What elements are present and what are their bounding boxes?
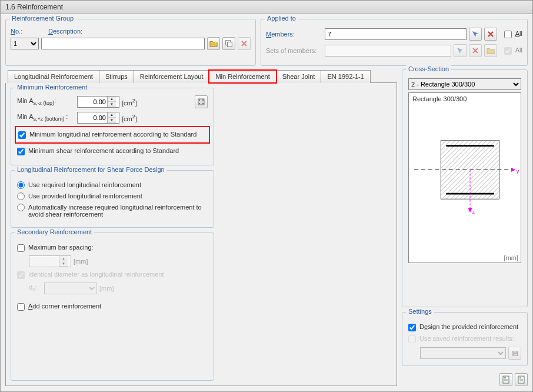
unit-mm-ds: [mm] (99, 285, 114, 292)
svg-point-4 (202, 99, 204, 101)
new-button[interactable] (207, 37, 220, 50)
delete-x-icon (487, 31, 494, 38)
description-input[interactable] (41, 38, 205, 49)
chk-identical-diameter: Identical diameter as longitudinal reinf… (17, 271, 208, 279)
spacing-spinner: ▲▼ (29, 255, 71, 267)
spin-up-icon[interactable]: ▲ (108, 112, 116, 118)
spin-down-icon[interactable]: ▼ (108, 102, 116, 107)
chk-corner-label: Add corner reinforcement (28, 303, 101, 310)
radio-provided-label: Use provided longitudinal reinforcement (28, 192, 142, 200)
members-clear-button[interactable] (484, 28, 497, 41)
chk-min-shear[interactable]: Minimum shear reinforcement according to… (17, 147, 208, 155)
cross-section-svg: y z (409, 93, 521, 263)
report-icon (517, 376, 525, 384)
ds-select (44, 283, 97, 294)
radio-required[interactable]: Use required longitudinal reinforcement (17, 181, 208, 189)
left-column: Longitudinal Reinforcement Stirrups Rein… (5, 69, 397, 386)
tab-stirrups[interactable]: Stirrups (99, 70, 134, 83)
saved-disk-button (508, 347, 521, 360)
pick-section-button[interactable] (195, 95, 208, 108)
svg-rect-24 (519, 377, 521, 378)
radio-provided[interactable]: Use provided longitudinal reinforcement (17, 192, 208, 200)
no-label: No.: (11, 28, 46, 35)
members-input[interactable] (325, 28, 467, 40)
folder-star-icon (487, 46, 495, 55)
footer-btn1[interactable] (499, 373, 512, 386)
tab-en1992[interactable]: EN 1992-1-1 (321, 70, 370, 83)
settings-box: Settings Design the provided reinforceme… (402, 312, 528, 366)
min-as-top-spinner[interactable]: ▲▼ (77, 96, 119, 108)
cross-section-select[interactable]: 2 - Rectangle 300/300 (408, 78, 521, 90)
ds-label: ds: (29, 284, 42, 293)
members-all-check[interactable]: All (504, 30, 522, 38)
section-icon (197, 98, 205, 106)
sets-label: Sets of members: (266, 47, 322, 54)
sets-new-button (484, 44, 497, 57)
tab-shear-joint[interactable]: Shear Joint (276, 70, 322, 83)
svg-point-6 (202, 103, 204, 104)
tab-strip: Longitudinal Reinforcement Stirrups Rein… (8, 69, 397, 83)
members-label: Members: (266, 31, 322, 38)
secondary-fieldset: Secondary Reinforcement Maximum bar spac… (11, 232, 214, 381)
chk-min-longitudinal[interactable]: Minimum longitudinal reinforcement accor… (18, 131, 206, 139)
chk-use-saved: Use saved reinforcement results: (408, 335, 521, 343)
chk-identical-diameter-label: Identical diameter as longitudinal reinf… (28, 271, 164, 278)
window-titlebar: 1.6 Reinforcement (1, 1, 532, 14)
sets-pick-button (454, 44, 467, 57)
min-reinf-legend: Minimum Reinforcement (15, 84, 89, 91)
long-shear-fieldset: Longitudinal Reinforcement for Shear For… (11, 170, 214, 228)
svg-text:z: z (472, 209, 475, 215)
svg-marker-9 (511, 168, 515, 172)
svg-rect-18 (514, 354, 517, 356)
min-as-bot-input[interactable] (78, 113, 107, 122)
radio-required-label: Use required longitudinal reinforcement (28, 181, 141, 188)
applied-to-box: Applied to Members: All Sets of members: (261, 19, 528, 66)
chk-corner[interactable]: Add corner reinforcement (17, 303, 208, 311)
sets-all-check: All (504, 46, 522, 55)
delete-button[interactable] (238, 37, 251, 50)
secondary-legend: Secondary Reinforcement (15, 228, 94, 235)
tab-longitudinal[interactable]: Longitudinal Reinforcement (8, 70, 99, 83)
disk-icon (511, 350, 519, 357)
saved-select (420, 347, 506, 359)
description-label: Description: (48, 28, 82, 35)
svg-marker-15 (468, 208, 472, 212)
spin-up-icon[interactable]: ▲ (108, 97, 116, 102)
tab-body: Minimum Reinforcement Min As,-z (top): ▲… (5, 83, 397, 386)
copy-icon (225, 39, 233, 48)
reinforcement-dialog: 1.6 Reinforcement Reinforcement Group No… (0, 0, 533, 392)
chk-min-shear-label: Minimum shear reinforcement according to… (28, 147, 179, 154)
min-as-top-label: Min As,-z (top): (17, 97, 75, 106)
unit-cm2-top: [cm2] (122, 98, 137, 107)
members-pick-button[interactable] (469, 28, 482, 41)
tab-min-reinforcement[interactable]: Min Reinforcement (209, 70, 276, 83)
footer-buttons (402, 373, 528, 386)
chk-max-spacing-label: Maximum bar spacing: (28, 244, 94, 251)
no-select[interactable]: 1 (11, 38, 39, 49)
copy-button[interactable] (222, 37, 235, 50)
reinforcement-group-box: Reinforcement Group No.: Description: 1 (5, 19, 256, 66)
window-content: Reinforcement Group No.: Description: 1 (1, 14, 532, 391)
chk-use-saved-label: Use saved reinforcement results: (419, 335, 514, 342)
highlighted-option-box: Minimum longitudinal reinforcement accor… (15, 126, 210, 144)
radio-auto-label: Automatically increase required longitud… (28, 204, 208, 218)
svg-point-3 (199, 99, 200, 101)
radio-auto[interactable]: Automatically increase required longitud… (17, 204, 208, 218)
chk-max-spacing[interactable]: Maximum bar spacing: (17, 244, 208, 252)
long-shear-legend: Longitudinal Reinforcement for Shear For… (15, 166, 167, 173)
spin-down-icon[interactable]: ▼ (108, 118, 116, 123)
tab-layout[interactable]: Reinforcement Layout (134, 70, 210, 83)
unit-mm-spacing: [mm] (74, 258, 88, 265)
sets-all-label: All (515, 46, 522, 54)
window-title: 1.6 Reinforcement (5, 3, 63, 11)
min-as-bot-label: Min As,+z (bottom) : (17, 113, 75, 122)
chk-design-provided[interactable]: Design the provided reinforcement (408, 323, 521, 331)
min-reinf-fieldset: Minimum Reinforcement Min As,-z (top): ▲… (11, 88, 214, 165)
svg-rect-20 (504, 377, 506, 378)
footer-btn2[interactable] (515, 373, 528, 386)
min-as-bot-spinner[interactable]: ▲▼ (77, 112, 119, 124)
sets-clear-button (469, 44, 482, 57)
cross-section-legend: Cross-Section (406, 65, 451, 72)
chk-min-longitudinal-label: Minimum longitudinal reinforcement accor… (29, 131, 196, 138)
min-as-top-input[interactable] (78, 97, 107, 107)
